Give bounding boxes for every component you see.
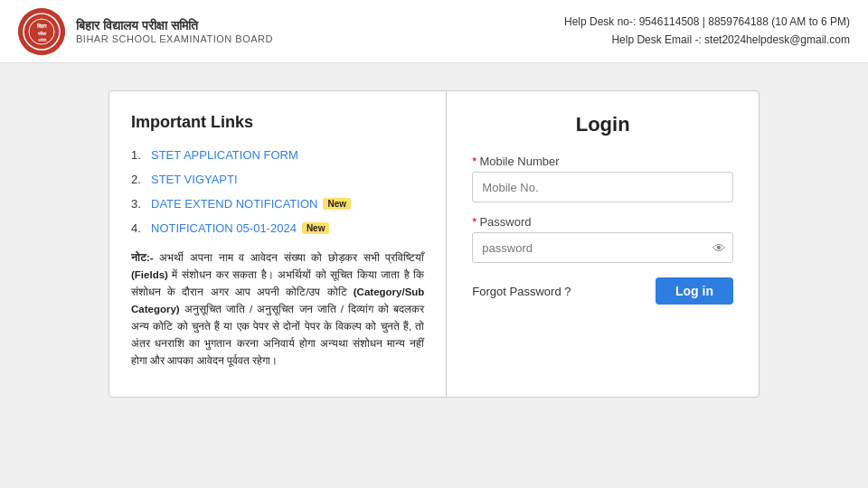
list-num: 4. xyxy=(131,221,151,235)
main-card: Important Links 1. STET APPLICATION FORM… xyxy=(108,90,760,398)
helpdesk-line1: Help Desk no-: 9546114508 | 8859764188 (… xyxy=(564,14,850,31)
password-group: *Password 👁 xyxy=(472,215,733,263)
header-left: बिहार परीक्षा समिति बिहार विद्यालय परीक्… xyxy=(18,8,273,55)
password-input[interactable] xyxy=(472,232,733,263)
list-item: 4. NOTIFICATION 05-01-2024 New xyxy=(131,221,424,235)
stet-vigyapti-link[interactable]: STET VIGYAPTI xyxy=(151,173,238,186)
note-text: नोट:- अभर्थी अपना नाम व आवेदन संख्या को … xyxy=(131,249,424,370)
list-item: 2. STET VIGYAPTI xyxy=(131,173,424,186)
header: बिहार परीक्षा समिति बिहार विद्यालय परीक्… xyxy=(0,0,868,63)
mobile-number-group: *Mobile Number xyxy=(472,155,733,202)
date-extend-link[interactable]: DATE EXTEND NOTIFICATION xyxy=(151,197,317,211)
stet-application-link[interactable]: STET APPLICATION FORM xyxy=(151,148,298,162)
notification-link[interactable]: NOTIFICATION 05-01-2024 xyxy=(151,221,297,235)
list-num: 2. xyxy=(131,173,151,186)
helpdesk-line2: Help Desk Email -: stet2024helpdesk@gmai… xyxy=(564,32,850,49)
org-name-hindi: बिहार विद्यालय परीक्षा समिति xyxy=(76,18,273,33)
login-button[interactable]: Log in xyxy=(656,277,733,305)
left-panel: Important Links 1. STET APPLICATION FORM… xyxy=(109,91,447,397)
login-title: Login xyxy=(472,113,733,136)
password-label: *Password xyxy=(472,215,733,229)
helpdesk-info: Help Desk no-: 9546114508 | 8859764188 (… xyxy=(564,14,850,48)
right-panel: Login *Mobile Number *Password 👁 Forgot … xyxy=(447,91,759,397)
svg-text:बिहार: बिहार xyxy=(36,23,47,29)
logo-icon: बिहार परीक्षा समिति xyxy=(18,8,65,55)
org-name-block: बिहार विद्यालय परीक्षा समिति BIHAR SCHOO… xyxy=(76,18,273,44)
list-num: 1. xyxy=(131,148,151,162)
mobile-input[interactable] xyxy=(472,172,733,202)
svg-text:परीक्षा: परीक्षा xyxy=(37,31,47,36)
mobile-label: *Mobile Number xyxy=(472,155,733,168)
list-num: 3. xyxy=(131,197,151,211)
new-badge: New xyxy=(302,222,330,234)
forgot-row: Forgot Password ? Log in xyxy=(472,277,733,305)
forgot-password-link[interactable]: Forgot Password ? xyxy=(472,285,571,298)
org-name-english: BIHAR SCHOOL EXAMINATION BOARD xyxy=(76,33,273,44)
important-links-title: Important Links xyxy=(131,113,424,132)
eye-icon[interactable]: 👁 xyxy=(712,240,726,256)
list-item: 3. DATE EXTEND NOTIFICATION New xyxy=(131,197,424,211)
new-badge: New xyxy=(323,198,351,210)
links-list: 1. STET APPLICATION FORM 2. STET VIGYAPT… xyxy=(131,148,424,235)
main-content: Important Links 1. STET APPLICATION FORM… xyxy=(0,63,868,488)
svg-text:समिति: समिति xyxy=(37,38,47,42)
password-wrapper: 👁 xyxy=(472,232,733,263)
list-item: 1. STET APPLICATION FORM xyxy=(131,148,424,162)
